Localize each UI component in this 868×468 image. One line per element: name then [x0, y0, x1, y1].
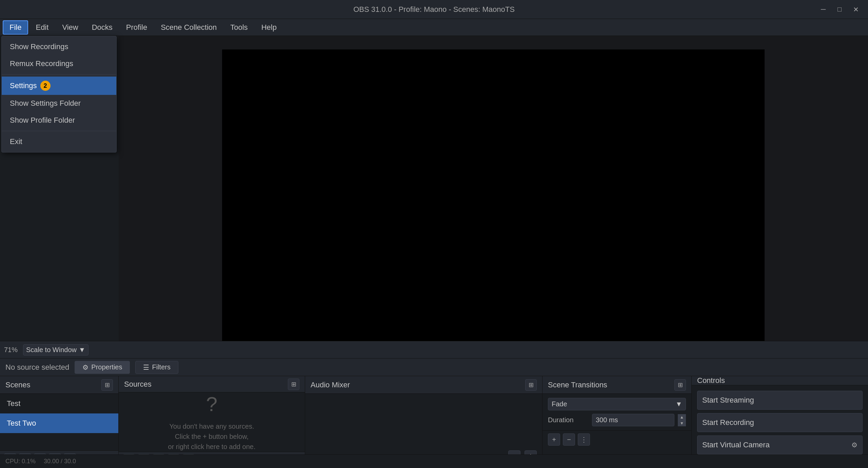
- audio-mixer-title: Audio Mixer: [311, 381, 350, 389]
- duration-up-button[interactable]: ▲: [678, 414, 686, 420]
- menu-remux-recordings[interactable]: Remux Recordings: [2, 55, 116, 72]
- virtual-camera-gear-icon: ⚙: [851, 441, 857, 449]
- titlebar-controls: ─ □ ✕: [818, 4, 861, 15]
- menu-tools[interactable]: Tools: [224, 21, 254, 34]
- menu-edit[interactable]: Edit: [29, 21, 55, 34]
- menubar: File Edit View Docks Profile Scene Colle…: [0, 19, 868, 36]
- status-cpu: CPU: 0.1%: [5, 458, 36, 465]
- chevron-down-icon: ▼: [675, 400, 682, 408]
- audio-mixer-menu-button[interactable]: ⊞: [525, 379, 537, 391]
- transition-controls: Fade ▼ Duration 300 ms ▲ ▼: [542, 394, 691, 430]
- gear-icon: ⚙: [82, 363, 88, 371]
- audio-mixer-header: Audio Mixer ⊞: [305, 376, 542, 394]
- properties-button[interactable]: ⚙ Properties: [75, 361, 130, 374]
- file-dropdown-menu: Show Recordings Remux Recordings Setting…: [1, 36, 117, 152]
- preview-canvas: [222, 49, 765, 354]
- sources-empty-state: ? You don't have any sources.Click the +…: [119, 392, 305, 452]
- duration-spinners: ▲ ▼: [678, 414, 686, 426]
- status-fps: 30.00 / 30.0: [44, 458, 76, 465]
- transition-add-row: + − ⋮: [542, 430, 691, 448]
- menu-profile[interactable]: Profile: [120, 21, 153, 34]
- menu-show-profile-folder[interactable]: Show Profile Folder: [2, 112, 116, 129]
- controls-title: Controls: [697, 376, 725, 385]
- scene-item-test-two[interactable]: Test Two: [0, 413, 118, 433]
- transition-type-row: Fade ▼: [548, 398, 686, 410]
- scene-transitions-header: Scene Transitions ⊞: [542, 376, 691, 394]
- sources-panel-menu-button[interactable]: ⊞: [288, 379, 299, 390]
- transition-add-button[interactable]: +: [548, 433, 560, 446]
- chevron-down-icon: ▼: [79, 346, 85, 354]
- scenes-panel-header: Scenes ⊞: [0, 376, 118, 394]
- menu-show-recordings[interactable]: Show Recordings: [2, 38, 116, 55]
- sources-empty-text: You don't have any sources.Click the + b…: [168, 421, 256, 452]
- scenes-title: Scenes: [5, 381, 30, 389]
- menu-scene-collection[interactable]: Scene Collection: [155, 21, 223, 34]
- start-virtual-camera-button[interactable]: Start Virtual Camera ⚙: [697, 435, 863, 454]
- scale-mode-select[interactable]: Scale to Window ▼: [23, 344, 88, 355]
- scene-item-test[interactable]: Test: [0, 394, 118, 413]
- preview-area: [119, 36, 868, 368]
- scene-transitions-title: Scene Transitions: [548, 381, 607, 389]
- start-streaming-button[interactable]: Start Streaming: [697, 391, 863, 410]
- menu-exit[interactable]: Exit: [2, 133, 116, 150]
- menu-view[interactable]: View: [56, 21, 84, 34]
- sources-empty-icon: ?: [206, 392, 217, 416]
- titlebar-title: OBS 31.0.0 - Profile: Maono - Scenes: Ma…: [353, 5, 515, 14]
- controls-header: Controls: [692, 376, 868, 385]
- zoom-level: 71%: [4, 346, 18, 354]
- close-button[interactable]: ✕: [850, 4, 861, 15]
- menu-show-settings-folder[interactable]: Show Settings Folder: [2, 95, 116, 112]
- maximize-button[interactable]: □: [834, 4, 845, 15]
- minimize-button[interactable]: ─: [818, 4, 829, 15]
- menu-file[interactable]: File: [3, 20, 28, 35]
- menu-help[interactable]: Help: [255, 21, 283, 34]
- transition-remove-button[interactable]: −: [563, 433, 575, 446]
- menu-settings[interactable]: Settings 2: [2, 77, 116, 95]
- menu-separator-2: [2, 131, 116, 131]
- settings-badge: 2: [40, 81, 51, 91]
- menu-docks[interactable]: Docks: [86, 21, 119, 34]
- menu-separator-1: [2, 74, 116, 75]
- sources-toolbar: No source selected ⚙ Properties ☰ Filter…: [0, 359, 868, 376]
- duration-label: Duration: [548, 416, 589, 424]
- zoom-toolbar: 71% Scale to Window ▼: [0, 341, 868, 359]
- transition-menu-button[interactable]: ⋮: [578, 433, 590, 446]
- sources-title: Sources: [124, 380, 152, 389]
- transitions-menu-button[interactable]: ⊞: [674, 379, 686, 391]
- duration-down-button[interactable]: ▼: [678, 420, 686, 426]
- transition-duration-row: Duration 300 ms ▲ ▼: [548, 414, 686, 426]
- filters-button[interactable]: ☰ Filters: [135, 361, 178, 374]
- filter-icon: ☰: [143, 363, 149, 371]
- sources-panel-header: Sources ⊞: [119, 376, 305, 392]
- scene-list: Test Test Two: [0, 394, 118, 450]
- scenes-panel-menu-button[interactable]: ⊞: [101, 379, 113, 391]
- titlebar: OBS 31.0.0 - Profile: Maono - Scenes: Ma…: [0, 0, 868, 19]
- start-recording-button[interactable]: Start Recording: [697, 413, 863, 432]
- duration-input[interactable]: 300 ms: [592, 414, 674, 426]
- transition-type-select[interactable]: Fade ▼: [548, 398, 686, 410]
- statusbar: CPU: 0.1% 30.00 / 30.0: [0, 454, 868, 468]
- no-source-label: No source selected: [5, 363, 69, 372]
